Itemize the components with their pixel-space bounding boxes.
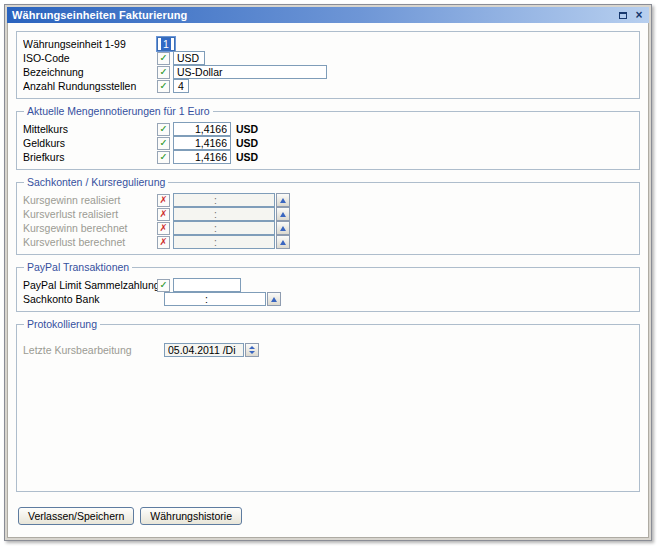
briefkurs-currency: USD [236,151,258,163]
waehrungshistorie-button[interactable]: Währungshistorie [140,507,242,525]
check-icon: ✓ [160,53,168,63]
geldkurs-row: Geldkurs ✓ USD [23,136,633,150]
briefkurs-row: Briefkurs ✓ USD [23,150,633,164]
check-icon: ✓ [160,138,168,148]
kursverlust-berechnet-lookup-button[interactable] [276,235,290,249]
spinner-down-icon [249,351,255,354]
rundungsstellen-row: Anzahl Rundungsstellen ✓ [23,79,633,93]
geldkurs-toggle[interactable]: ✓ [157,137,170,150]
sachkonto-bank-row: Sachkonto Bank [23,292,633,306]
sachkonto-bank-label: Sachkonto Bank [23,293,157,305]
kursgewinn-berechnet-toggle[interactable]: ✗ [157,222,170,235]
iso-code-input[interactable] [173,51,205,65]
kursgewinn-berechnet-label: Kursgewinn berechnet [23,222,157,234]
kursverlust-berechnet-label: Kursverlust berechnet [23,236,157,248]
kursverlust-realisiert-toggle[interactable]: ✗ [157,208,170,221]
cross-icon: ✗ [160,195,168,205]
kursgewinn-realisiert-toggle[interactable]: ✗ [157,194,170,207]
letzte-kursbearbeitung-row: Letzte Kursbearbeitung [23,343,633,357]
kursverlust-realisiert-input[interactable] [173,207,275,221]
waehrungseinheit-input[interactable]: 1 [157,37,175,51]
briefkurs-toggle[interactable]: ✓ [157,151,170,164]
kursverlust-realisiert-lookup-button[interactable] [276,207,290,221]
waehrungseinheit-label: Währungseinheit 1-99 [23,38,157,50]
restore-icon [619,12,627,19]
letzte-kursbearbeitung-spinner[interactable] [245,343,259,357]
cross-icon: ✗ [160,223,168,233]
spinner-up-icon [249,346,255,349]
kursgewinn-realisiert-lookup-button[interactable] [276,193,290,207]
sachkonto-bank-input[interactable] [164,292,266,306]
dialog-content: Währungseinheit 1-99 1 ISO-Code ✓ Bezeic… [7,23,649,538]
bezeichnung-row: Bezeichnung ✓ [23,65,633,79]
group-protokollierung: Protokollierung Letzte Kursbearbeitung [16,318,640,492]
lookup-arrow-icon [280,198,286,203]
dialog-window: Währungseinheiten Fakturierung × Währung… [4,4,652,541]
verlassen-speichern-button[interactable]: Verlassen/Speichern [18,507,134,525]
sachkonten-legend: Sachkonten / Kursregulierung [24,176,168,188]
kursgewinn-berechnet-row: Kursgewinn berechnet ✗ [23,221,633,235]
paypal-limit-input[interactable] [173,278,241,292]
iso-code-row: ISO-Code ✓ [23,51,633,65]
kursverlust-realisiert-row: Kursverlust realisiert ✗ [23,207,633,221]
footer-buttons: Verlassen/Speichern Währungshistorie [16,498,640,533]
titlebar[interactable]: Währungseinheiten Fakturierung × [7,7,649,23]
letzte-kursbearbeitung-input[interactable] [164,343,244,357]
bezeichnung-label: Bezeichnung [23,66,157,78]
group-mengennotierungen: Aktuelle Mengennotierungen für 1 Euro Mi… [16,105,640,170]
lookup-arrow-icon [280,240,286,245]
check-icon: ✓ [160,81,168,91]
kursverlust-berechnet-toggle[interactable]: ✗ [157,236,170,249]
cross-icon: ✗ [160,237,168,247]
kursgewinn-realisiert-row: Kursgewinn realisiert ✗ [23,193,633,207]
waehrungseinheit-row: Währungseinheit 1-99 1 [23,37,633,51]
restore-button[interactable] [616,9,630,22]
geldkurs-input[interactable] [173,136,231,150]
kursgewinn-realisiert-input[interactable] [173,193,275,207]
geldkurs-label: Geldkurs [23,137,157,149]
cross-icon: ✗ [160,209,168,219]
letzte-kursbearbeitung-label: Letzte Kursbearbeitung [23,344,157,356]
group-sachkonten: Sachkonten / Kursregulierung Kursgewinn … [16,176,640,255]
mittelkurs-input[interactable] [173,122,231,136]
mittelkurs-toggle[interactable]: ✓ [157,123,170,136]
paypal-limit-row: PayPal Limit Sammelzahlung ✓ [23,278,633,292]
sachkonto-bank-lookup-button[interactable] [267,292,281,306]
rundungsstellen-toggle[interactable]: ✓ [157,80,170,93]
kursgewinn-berechnet-lookup-button[interactable] [276,221,290,235]
iso-code-toggle[interactable]: ✓ [157,52,170,65]
briefkurs-label: Briefkurs [23,151,157,163]
lookup-arrow-icon [280,226,286,231]
protokollierung-legend: Protokollierung [24,318,100,330]
rundungsstellen-label: Anzahl Rundungsstellen [23,80,157,92]
bezeichnung-toggle[interactable]: ✓ [157,66,170,79]
rundungsstellen-input[interactable] [173,79,189,93]
check-icon: ✓ [160,67,168,77]
briefkurs-input[interactable] [173,150,231,164]
check-icon: ✓ [160,280,168,290]
paypal-limit-label: PayPal Limit Sammelzahlung [23,279,157,291]
lookup-arrow-icon [271,297,277,302]
kursverlust-berechnet-row: Kursverlust berechnet ✗ [23,235,633,249]
kursverlust-berechnet-input[interactable] [173,235,275,249]
group-paypal: PayPal Transaktionen PayPal Limit Sammel… [16,261,640,312]
kursgewinn-realisiert-label: Kursgewinn realisiert [23,194,157,206]
check-icon: ✓ [160,124,168,134]
mittelkurs-label: Mittelkurs [23,123,157,135]
mittelkurs-row: Mittelkurs ✓ USD [23,122,633,136]
bezeichnung-input[interactable] [173,65,327,79]
mittelkurs-currency: USD [236,123,258,135]
check-icon: ✓ [160,152,168,162]
paypal-legend: PayPal Transaktionen [24,261,132,273]
mengennotierungen-legend: Aktuelle Mengennotierungen für 1 Euro [24,105,213,117]
selected-text: 1 [161,38,171,50]
lookup-arrow-icon [280,212,286,217]
paypal-limit-toggle[interactable]: ✓ [157,279,170,292]
close-button[interactable]: × [632,9,646,22]
window-title: Währungseinheiten Fakturierung [12,9,614,21]
group-general: Währungseinheit 1-99 1 ISO-Code ✓ Bezeic… [16,31,640,99]
kursverlust-realisiert-label: Kursverlust realisiert [23,208,157,220]
geldkurs-currency: USD [236,137,258,149]
kursgewinn-berechnet-input[interactable] [173,221,275,235]
iso-code-label: ISO-Code [23,52,157,64]
